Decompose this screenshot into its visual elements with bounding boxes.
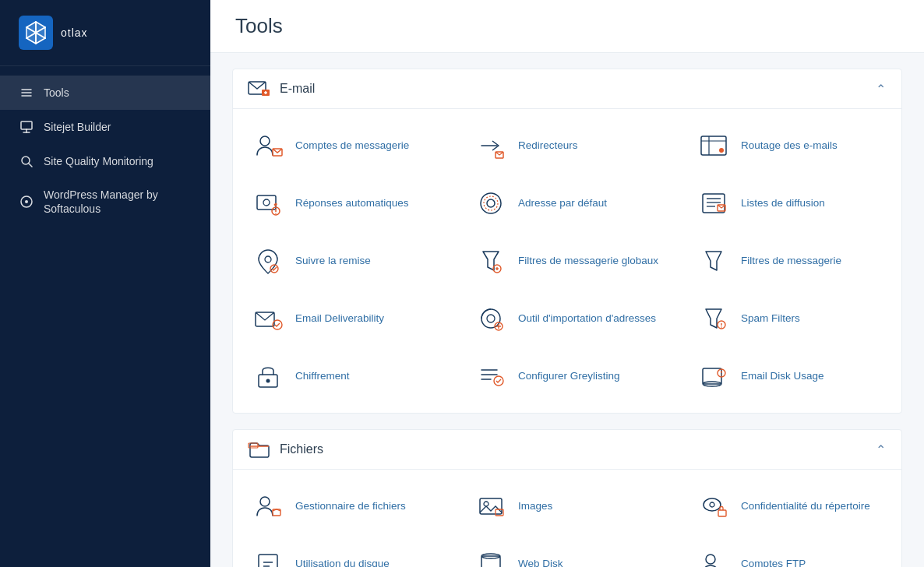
tool-listes-diffusion[interactable]: Listes de diffusion <box>679 174 901 232</box>
sidebar-item-sitejet[interactable]: Sitejet Builder <box>0 110 210 144</box>
suivre-remise-label: Suivre la remise <box>295 254 371 268</box>
sidebar-item-tools[interactable]: Tools <box>0 76 210 110</box>
fichiers-tools-grid: Gestionnaire de fichiers Images <box>233 470 901 567</box>
tool-reponses-auto[interactable]: Réponses automatiques <box>233 174 456 232</box>
adresse-defaut-label: Adresse par défaut <box>518 196 607 210</box>
svg-point-78 <box>704 498 721 511</box>
tool-routage-emails[interactable]: Routage des e-mails <box>679 117 901 174</box>
tool-gestionnaire-fichiers[interactable]: Gestionnaire de fichiers <box>233 477 456 535</box>
svg-point-31 <box>263 199 270 206</box>
tool-comptes-messagerie[interactable]: Comptes de messagerie <box>233 117 456 174</box>
tool-utilisation-disque[interactable]: Utilisation du disque <box>233 535 456 567</box>
sitejet-icon <box>19 119 34 135</box>
filtres-messagerie-icon <box>697 245 730 277</box>
tool-comptes-ftp[interactable]: FTP Comptes FTP <box>679 535 901 567</box>
email-section-title: E-mail <box>280 82 315 96</box>
reponses-auto-label: Réponses automatiques <box>295 196 409 210</box>
svg-marker-57 <box>706 309 721 328</box>
adresse-defaut-icon <box>474 187 507 220</box>
spam-filters-label: Spam Filters <box>741 312 800 326</box>
redirecteurs-icon <box>474 129 507 162</box>
tool-spam-filters[interactable]: Spam Filters <box>679 290 901 347</box>
filtres-messagerie-label: Filtres de messagerie <box>741 254 841 268</box>
sidebar-item-sqm[interactable]: Site Quality Monitoring <box>0 144 210 178</box>
svg-rect-75 <box>480 498 502 514</box>
images-icon <box>474 490 507 523</box>
spam-filters-icon <box>697 302 730 335</box>
sidebar: otlax Tools <box>0 0 210 567</box>
utilisation-disque-icon <box>252 548 284 567</box>
tool-filtres-globaux[interactable]: Filtres de messagerie globaux <box>456 232 679 290</box>
tool-configurer-greylisting[interactable]: Configurer Greylisting <box>456 347 679 405</box>
svg-point-62 <box>266 379 270 383</box>
tools-icon <box>19 85 34 100</box>
configurer-greylisting-label: Configurer Greylisting <box>518 369 620 383</box>
comptes-ftp-label: Comptes FTP <box>741 557 806 567</box>
main-content: Tools E-mail <box>210 0 924 567</box>
listes-diffusion-icon <box>697 187 730 220</box>
email-section-header-left: E-mail <box>249 80 315 97</box>
utilisation-disque-label: Utilisation du disque <box>295 557 390 567</box>
fichiers-section-header[interactable]: Fichiers ⌃ <box>233 430 901 470</box>
svg-point-36 <box>487 199 495 207</box>
tool-web-disk[interactable]: Web Disk <box>456 535 679 567</box>
email-chevron-icon: ⌃ <box>876 82 886 97</box>
svg-point-66 <box>494 376 503 386</box>
listes-diffusion-label: Listes de diffusion <box>741 196 825 210</box>
fichiers-section-header-left: Fichiers <box>249 441 323 458</box>
svg-marker-49 <box>706 252 721 270</box>
svg-point-53 <box>487 315 495 322</box>
fichiers-section: Fichiers ⌃ Gestionnaire de fichi <box>232 429 902 567</box>
confidentialite-repertoire-label: Confidentialité du répertoire <box>741 499 870 513</box>
logo-text: otlax <box>61 26 88 39</box>
sqm-icon <box>19 153 34 169</box>
wordpress-icon <box>19 194 34 210</box>
logo-icon <box>19 16 53 50</box>
routage-emails-label: Routage des e-mails <box>741 139 838 153</box>
svg-point-71 <box>721 375 722 376</box>
main-body: E-mail ⌃ Comptes de messagerie <box>210 53 924 567</box>
svg-rect-80 <box>718 510 726 516</box>
svg-point-88 <box>706 555 715 564</box>
web-disk-label: Web Disk <box>518 557 563 567</box>
tool-redirecteurs[interactable]: Redirecteurs <box>456 117 679 174</box>
sidebar-item-wordpress[interactable]: WordPress Manager by Softaculous <box>0 178 210 225</box>
email-section-header[interactable]: E-mail ⌃ <box>233 69 901 109</box>
tool-email-disk-usage[interactable]: Email Disk Usage <box>679 347 901 405</box>
routage-emails-icon <box>697 129 730 162</box>
tool-confidentialite-repertoire[interactable]: Confidentialité du répertoire <box>679 477 901 535</box>
email-disk-usage-icon <box>697 360 730 393</box>
svg-point-79 <box>710 502 714 507</box>
fichiers-section-icon <box>249 441 270 458</box>
email-section: E-mail ⌃ Comptes de messagerie <box>232 69 902 414</box>
svg-point-43 <box>265 256 271 262</box>
main-header: Tools <box>210 0 924 53</box>
tool-outil-importation[interactable]: Outil d'importation d'adresses <box>456 290 679 347</box>
chiffrement-icon <box>252 360 284 393</box>
outil-importation-label: Outil d'importation d'adresses <box>518 312 656 326</box>
tool-email-deliverability[interactable]: Email Deliverability <box>233 290 456 347</box>
sidebar-logo: otlax <box>0 0 210 66</box>
sidebar-item-sqm-label: Site Quality Monitoring <box>44 155 153 167</box>
gestionnaire-fichiers-label: Gestionnaire de fichiers <box>295 499 406 513</box>
email-tools-grid: Comptes de messagerie Redirecteurs <box>233 109 901 413</box>
tool-adresse-defaut[interactable]: Adresse par défaut <box>456 174 679 232</box>
reponses-auto-icon <box>252 187 284 220</box>
svg-rect-30 <box>257 195 276 210</box>
svg-point-34 <box>275 213 277 214</box>
filtres-globaux-label: Filtres de messagerie globaux <box>518 254 658 268</box>
chiffrement-label: Chiffrement <box>295 369 350 383</box>
confidentialite-repertoire-icon <box>697 490 730 523</box>
svg-rect-81 <box>259 555 277 567</box>
tool-chiffrement[interactable]: Chiffrement <box>233 347 456 405</box>
images-label: Images <box>518 499 552 513</box>
suivre-remise-icon <box>252 245 284 277</box>
tool-images[interactable]: Images <box>456 477 679 535</box>
comptes-messagerie-icon <box>252 129 284 162</box>
comptes-messagerie-label: Comptes de messagerie <box>295 139 409 153</box>
svg-point-60 <box>721 326 722 328</box>
tool-filtres-messagerie[interactable]: Filtres de messagerie <box>679 232 901 290</box>
tool-suivre-remise[interactable]: Suivre la remise <box>233 232 456 290</box>
redirecteurs-label: Redirecteurs <box>518 139 578 153</box>
fichiers-section-title: Fichiers <box>280 442 323 456</box>
